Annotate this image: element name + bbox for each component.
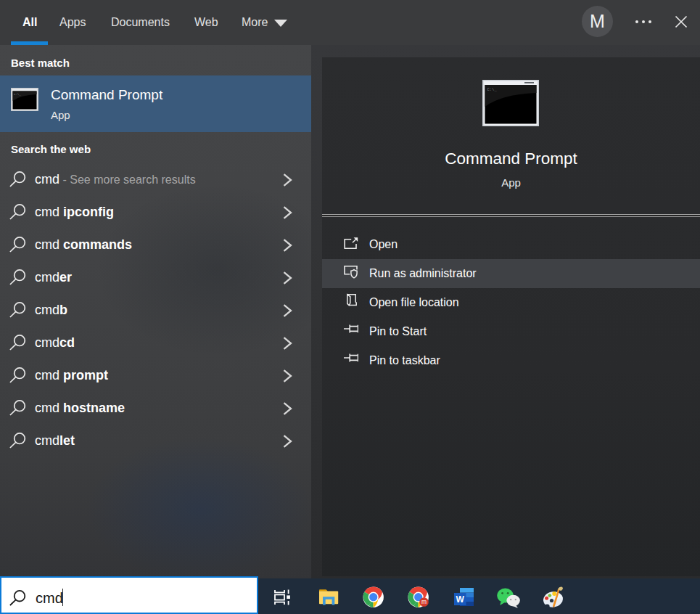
svg-text:C:\_: C:\_	[14, 93, 21, 96]
svg-text:m: m	[421, 598, 427, 605]
svg-text:C:\_: C:\_	[487, 87, 498, 92]
svg-text:W: W	[456, 594, 465, 605]
